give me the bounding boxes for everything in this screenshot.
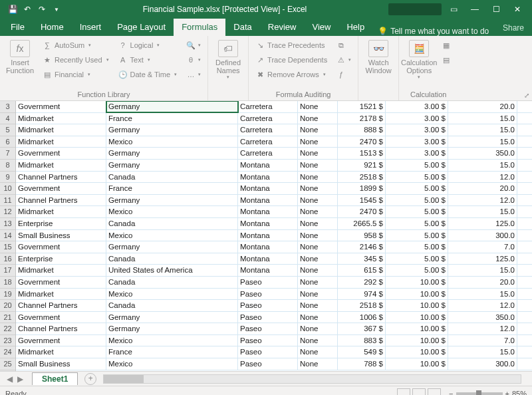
cell-segment[interactable]: Government [16,148,106,159]
share-button[interactable]: Share [495,20,532,36]
cell-discount[interactable]: None [298,241,338,253]
cell-product[interactable]: Montana [238,265,298,276]
cell-discount[interactable]: None [298,253,338,265]
cell-product[interactable]: Paseo [238,312,298,323]
cell-units[interactable]: 367 $ [338,323,386,334]
more-functions-button[interactable]: …▾ [184,68,203,81]
cell-discount[interactable]: None [298,172,338,183]
watch-window-button[interactable]: 👓 Watch Window [362,37,394,74]
cell-mfg-price[interactable]: 5.00 $ [386,195,448,206]
tab-file[interactable]: File [3,19,33,36]
cell-mfg-price[interactable]: 10.00 $ [386,323,448,334]
cell-country[interactable]: Germany [106,148,238,159]
cell-discount[interactable]: None [298,230,338,241]
cell-units[interactable]: 2146 $ [338,241,386,253]
row-header[interactable]: 13 [0,218,15,230]
calculate-sheet-button[interactable]: ▤ [439,53,454,66]
cell-country[interactable]: Germany [106,160,238,171]
cell-units[interactable]: 615 $ [338,265,386,276]
cell-country[interactable]: Mexico [106,335,238,346]
page-layout-view-button[interactable] [412,388,426,396]
tab-review[interactable]: Review [260,19,305,36]
cell-segment[interactable]: Small Business [16,230,106,241]
cell-segment[interactable]: Midmarket [16,136,106,148]
recently-used-button[interactable]: ★Recently Used▾ [40,53,112,66]
logical-button[interactable]: ?Logical▾ [116,39,180,52]
table-row[interactable]: GovernmentGermanyMontanaNone2146 $5.00 $… [16,241,532,253]
cell-discount[interactable]: None [298,358,338,370]
cell-units[interactable]: 2518 $ [338,172,386,183]
row-header[interactable]: 18 [0,277,15,289]
undo-icon[interactable]: ↶ [21,3,33,15]
cell-segment[interactable]: Enterprise [16,218,106,229]
cell-product[interactable]: Montana [238,183,298,194]
row-header[interactable]: 3 [0,101,15,113]
cell-segment[interactable]: Government [16,277,106,288]
cell-sale-price[interactable]: 350.0 [448,148,517,159]
cell-units[interactable]: 2470 $ [338,136,386,148]
cell-country[interactable]: Germany [106,124,238,136]
row-header[interactable]: 12 [0,206,15,218]
qat-customize-icon[interactable]: ▼ [51,3,63,15]
row-header[interactable]: 7 [0,148,15,160]
cell-discount[interactable]: None [298,312,338,323]
row-header[interactable]: 9 [0,172,15,184]
cell-sale-price[interactable]: 125.0 [448,253,517,265]
minimize-icon[interactable]: — [468,5,481,14]
table-row[interactable]: Channel PartnersGermanyMontanaNone1545 $… [16,195,532,207]
zoom-slider[interactable] [456,392,503,395]
table-row[interactable]: GovernmentGermanyPaseoNone1006 $10.00 $3… [16,312,532,324]
cell-product[interactable]: Paseo [238,358,298,370]
cell-segment[interactable]: Channel Partners [16,172,106,183]
cell-mfg-price[interactable]: 5.00 $ [386,230,448,241]
cell-segment[interactable]: Government [16,183,106,194]
cell-sale-price[interactable]: 300.0 [448,230,517,241]
row-header[interactable]: 17 [0,265,15,277]
cell-mfg-price[interactable]: 5.00 $ [386,183,448,194]
cell-units[interactable]: 1899 $ [338,183,386,194]
cell-country[interactable]: France [106,113,238,124]
cell-discount[interactable]: None [298,160,338,171]
zoom-out-icon[interactable]: − [449,390,453,396]
cell-discount[interactable]: None [298,218,338,229]
table-row[interactable]: MidmarketMexicoPaseoNone974 $10.00 $15.0 [16,289,532,301]
cell-product[interactable]: Montana [238,253,298,265]
row-header[interactable]: 4 [0,113,15,125]
cell-country[interactable]: Canada [106,172,238,183]
account-box[interactable] [388,3,442,15]
row-headers[interactable]: 345678910111213141516171819202122232425 [0,101,16,371]
cell-country[interactable]: Germany [106,101,238,112]
row-header[interactable]: 19 [0,289,15,301]
cell-sale-price[interactable]: 15.0 [448,346,517,358]
cell-product[interactable]: Paseo [238,300,298,311]
cell-segment[interactable]: Channel Partners [16,323,106,334]
table-row[interactable]: GovernmentGermanyCarreteraNone1513 $3.00… [16,148,532,160]
cell-units[interactable]: 1545 $ [338,195,386,206]
table-row[interactable]: GovernmentFranceMontanaNone1899 $5.00 $2… [16,183,532,195]
cell-segment[interactable]: Government [16,241,106,253]
autosum-button[interactable]: ∑AutoSum▾ [40,39,112,52]
cell-mfg-price[interactable]: 3.00 $ [386,136,448,148]
cell-product[interactable]: Paseo [238,289,298,300]
error-checking-button[interactable]: ⚠▾ [334,53,354,66]
tab-data[interactable]: Data [225,19,259,36]
zoom-in-icon[interactable]: + [505,390,509,396]
cell-sale-price[interactable]: 15.0 [448,160,517,171]
maximize-icon[interactable]: ☐ [489,5,503,14]
cell-discount[interactable]: None [298,323,338,334]
cell-segment[interactable]: Enterprise [16,253,106,265]
cell-product[interactable]: Paseo [238,277,298,288]
cell-sale-price[interactable]: 7.0 [448,241,517,253]
cell-discount[interactable]: None [298,101,338,112]
scrollbar-thumb[interactable] [104,375,144,383]
sheet-nav-prev-icon[interactable]: ◀ [4,374,15,384]
cell-units[interactable]: 292 $ [338,277,386,288]
cell-sale-price[interactable]: 350.0 [448,312,517,323]
table-row[interactable]: Channel PartnersGermanyPaseoNone367 $10.… [16,323,532,335]
cell-segment[interactable]: Midmarket [16,289,106,300]
cell-sale-price[interactable]: 300.0 [448,358,517,370]
cell-mfg-price[interactable]: 5.00 $ [386,218,448,229]
cell-segment[interactable]: Government [16,335,106,346]
cell-product[interactable]: Montana [238,206,298,217]
cell-units[interactable]: 974 $ [338,289,386,300]
